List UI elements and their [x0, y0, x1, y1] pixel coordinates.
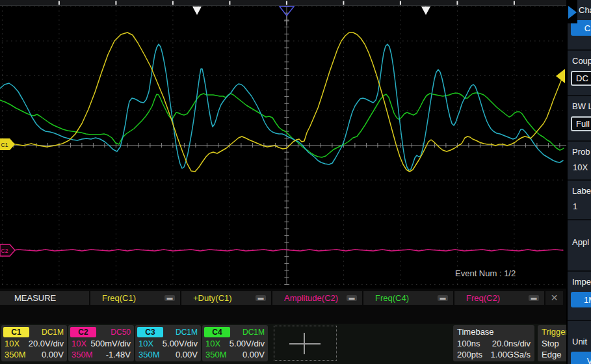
- measure-label: +Duty(C1): [193, 293, 232, 303]
- channel-scale: 500mV/div: [91, 339, 131, 348]
- probe-value[interactable]: 10X: [573, 162, 591, 172]
- trace-c3: [0, 44, 563, 170]
- trace-c1: [0, 32, 564, 172]
- impedance-button[interactable]: 1M: [571, 292, 591, 307]
- setting-unit: Unit V: [568, 337, 591, 364]
- c2-ground-marker-label: C2: [1, 248, 8, 254]
- crosshair-icon: [304, 333, 305, 354]
- measure-label: Freq(C4): [375, 293, 409, 303]
- grid-top-strip: [0, 0, 566, 5]
- measure-remove-button[interactable]: ▬: [529, 295, 539, 301]
- unit-button[interactable]: V: [571, 352, 591, 364]
- trigger-title: Trigger: [542, 327, 568, 337]
- channel-coupling: DC1M: [176, 328, 198, 337]
- channel-offset: -1.48V: [106, 350, 131, 359]
- grid-division-tick: [172, 1, 174, 5]
- measure-col-amplitude-c2[interactable]: Amplitude(C2) ▬: [272, 291, 362, 305]
- setting-coupling: Coup DC: [568, 56, 591, 96]
- measure-remove-button[interactable]: ▬: [347, 295, 357, 301]
- measure-col-duty-c1[interactable]: +Duty(C1) ▬: [181, 291, 271, 305]
- setting-probe: Prob 10X: [568, 147, 591, 181]
- setting-apply: Appl: [568, 237, 591, 272]
- event-num-label: Event Num : 1/2: [455, 268, 516, 278]
- event-marker-icon: [421, 6, 430, 15]
- grid-division-tick: [229, 1, 230, 5]
- grid-division-tick: [59, 1, 60, 5]
- crosshair-icon: [289, 343, 321, 344]
- channel-box-c2[interactable]: C2 DC50 10X500mV/div 350M-1.48V: [68, 325, 134, 361]
- label-value[interactable]: 1: [573, 202, 591, 211]
- drag-target-area[interactable]: [274, 326, 337, 361]
- channel-settings-panel: Chan C1 Coup DC BW L Full Prob 10X Labe …: [566, 0, 591, 364]
- channel-coupling: DC1M: [243, 328, 265, 337]
- measure-remove-button[interactable]: ▬: [164, 295, 175, 301]
- bw-limit-button[interactable]: Full: [571, 116, 591, 131]
- setting-label: Coup: [572, 56, 591, 66]
- channel-bandwidth: 350M: [72, 350, 93, 359]
- grid-division-tick: [514, 1, 515, 5]
- measure-bar: MEASURE Freq(C1) ▬ +Duty(C1) ▬ Amplitude…: [0, 289, 566, 324]
- timebase-scale: 20.0ns/div: [492, 339, 531, 348]
- timebase-sample-rate: 1.00GSa/s: [491, 350, 531, 359]
- measure-col-freq-c1[interactable]: Freq(C1) ▬: [90, 291, 180, 305]
- measure-label: Freq(C2): [466, 293, 500, 303]
- grid-division-tick: [115, 1, 116, 5]
- event-marker-icon: [192, 6, 202, 15]
- setting-label-row: Labe 1: [568, 186, 591, 220]
- timebase-points: 200pts: [457, 350, 482, 359]
- status-bar: C1 DC1M 10X20.0V/div 350M0.00V C2 DC50 1…: [0, 324, 591, 364]
- channel-chip: C2: [70, 327, 96, 337]
- channel-bandwidth: 350M: [5, 350, 26, 359]
- measure-label: Freq(C1): [102, 293, 136, 303]
- grid-division-tick: [286, 1, 287, 5]
- c1-ground-marker-label: C1: [1, 142, 8, 148]
- setting-label: Impe: [572, 277, 591, 287]
- channel-coupling: DC1M: [42, 328, 64, 337]
- panel-collapse-arrow-icon[interactable]: [568, 6, 577, 19]
- setting-label: BW L: [572, 101, 591, 111]
- measure-label: Amplitude(C2): [284, 293, 338, 303]
- channel-box-c3[interactable]: C3 DC1M 10X5.00V/div 350M0.00V: [135, 325, 201, 361]
- channel-offset: 0.00V: [243, 350, 265, 359]
- channel-probe: 10X: [72, 339, 86, 348]
- setting-bw-limit: BW L Full: [568, 101, 591, 142]
- channel-coupling: DC50: [111, 328, 131, 337]
- measure-remove-button[interactable]: ▬: [438, 295, 448, 301]
- channel-bandwidth: 350M: [205, 350, 227, 359]
- setting-label: Prob: [572, 147, 591, 157]
- setting-label: Labe: [572, 186, 591, 196]
- timebase-title: Timebase: [457, 327, 494, 337]
- channel-probe: 10X: [5, 339, 20, 348]
- channel-scale: 20.0V/div: [29, 339, 64, 348]
- setting-label: Chan: [579, 5, 591, 15]
- measure-col-freq-c4[interactable]: Freq(C4) ▬: [363, 291, 453, 305]
- trigger-type: Edge: [542, 350, 561, 359]
- channel-box-c1[interactable]: C1 DC1M 10X20.0V/div 350M0.00V: [1, 325, 67, 361]
- channel-box-c4[interactable]: C4 DC1M 10X5.00V/div 350M0.00V: [202, 325, 268, 361]
- measure-close-button[interactable]: ✕: [545, 291, 563, 305]
- panel-corner: [568, 0, 577, 23]
- timebase-box[interactable]: Timebase 100ns 20.0ns/div 200pts 1.00GSa…: [453, 325, 534, 361]
- setting-impedance: Impe 1M: [568, 277, 591, 321]
- grid-division-tick: [456, 1, 458, 5]
- timebase-delay: 100ns: [457, 339, 480, 348]
- grid-division-tick: [400, 1, 401, 5]
- coupling-button[interactable]: DC: [571, 71, 591, 86]
- channel-probe: 10X: [205, 339, 220, 348]
- channel-offset: 0.00V: [42, 350, 64, 359]
- channel-chip: C4: [204, 327, 230, 337]
- oscilloscope-screen: C1C2 Event Num : 1/2 MEASURE Freq(C1) ▬ …: [0, 0, 591, 364]
- channel-scale: 5.00V/div: [230, 339, 265, 348]
- channel-chip: C3: [137, 327, 163, 337]
- trace-c4: [0, 93, 564, 157]
- measure-remove-button[interactable]: ▬: [256, 295, 266, 301]
- channel-scale: 5.00V/div: [163, 339, 198, 348]
- channel-offset: 0.00V: [176, 350, 198, 359]
- measure-col-freq-c2[interactable]: Freq(C2) ▬: [454, 291, 544, 305]
- setting-label: Appl: [572, 237, 591, 247]
- setting-label: Unit: [572, 337, 591, 346]
- channel-chip: C1: [3, 327, 29, 337]
- measure-title-cell: MEASURE: [0, 291, 89, 305]
- trigger-status: Stop: [542, 339, 559, 348]
- channel-probe: 10X: [138, 339, 153, 348]
